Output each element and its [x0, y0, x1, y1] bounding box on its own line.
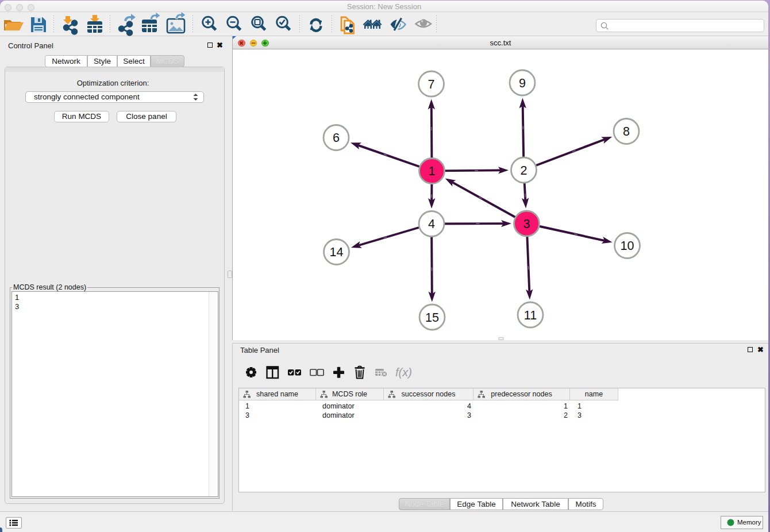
svg-text:1: 1: [429, 164, 436, 178]
svg-text:8: 8: [623, 125, 630, 138]
svg-text:9: 9: [519, 76, 526, 90]
svg-text:2: 2: [521, 164, 528, 178]
svg-text:6: 6: [333, 131, 340, 145]
svg-text:3: 3: [523, 217, 530, 231]
svg-text:f(x): f(x): [395, 366, 412, 379]
svg-text:14: 14: [330, 245, 344, 259]
svg-text:7: 7: [428, 78, 435, 91]
svg-text:11: 11: [524, 309, 537, 322]
svg-text:10: 10: [621, 239, 634, 253]
svg-text:15: 15: [425, 311, 439, 325]
svg-text:4: 4: [428, 217, 435, 231]
